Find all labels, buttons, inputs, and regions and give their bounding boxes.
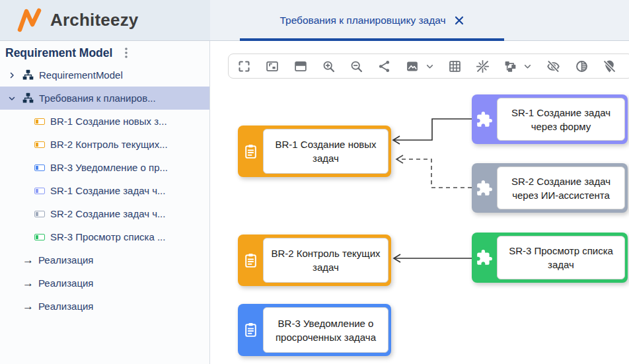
pin-off-icon[interactable] <box>603 59 616 73</box>
snap-off-icon[interactable] <box>476 59 490 73</box>
kebab-menu-icon[interactable] <box>120 46 132 60</box>
edge-sr2-br1 <box>397 159 472 188</box>
diagram-canvas[interactable]: BR-1 Создание новых задач BR-2 Контроль … <box>210 41 629 364</box>
chevron-down-icon[interactable] <box>426 62 434 71</box>
sitemap-icon <box>22 69 34 81</box>
export-image-icon[interactable] <box>405 59 420 73</box>
contrast-icon[interactable] <box>575 59 589 73</box>
clipboard-icon <box>238 235 263 286</box>
tree-item-label: Реализация <box>38 277 93 289</box>
header: Architeezy Требования к планировщику зад… <box>0 0 629 41</box>
sitemap-icon <box>22 92 34 104</box>
arrow-right-icon: → <box>22 300 33 313</box>
hide-elements-icon[interactable] <box>546 59 561 73</box>
chevron-down-icon[interactable] <box>523 62 532 71</box>
tree-item-requirementmodel[interactable]: RequirementModel <box>0 63 209 87</box>
node-label: SR-2 Создание задач через ИИ-ассистента <box>497 166 625 209</box>
zoom-out-icon[interactable] <box>350 59 363 73</box>
tree-item-realization-1[interactable]: → Реализация <box>0 248 209 272</box>
clipboard-icon <box>238 304 263 356</box>
arrow-right-icon: → <box>22 277 33 290</box>
node-label: BR-2 Контроль текущих задач <box>263 238 388 283</box>
puzzle-icon <box>472 233 497 283</box>
requirement-flag-icon <box>34 234 45 240</box>
tab-label: Требования к планировщику задач <box>279 15 445 26</box>
tree-item-sr3[interactable]: SR-3 Просмотр списка ... <box>0 225 209 248</box>
node-br3[interactable]: BR-3 Уведомление о просроченных задача <box>238 304 391 356</box>
edge-sr1-br1 <box>394 119 472 140</box>
requirement-flag-icon <box>34 118 45 125</box>
tree-item-label: SR-1 Создание задач ч... <box>50 185 165 196</box>
requirement-flag-icon <box>34 211 45 217</box>
share-icon[interactable] <box>377 59 391 73</box>
node-br1[interactable]: BR-1 Создание новых задач <box>238 126 391 177</box>
brand: Architeezy <box>0 0 210 41</box>
fullscreen-icon[interactable] <box>237 59 251 73</box>
sidebar: Requirement Model <box>0 41 210 364</box>
tree-item-label: BR-1 Создание новых з... <box>50 116 167 127</box>
tab-requirements-diagram[interactable]: Требования к планировщику задач <box>240 0 504 40</box>
puzzle-icon <box>472 94 497 144</box>
chevron-right-icon[interactable] <box>7 71 17 79</box>
puzzle-icon <box>472 163 497 213</box>
tree-item-br1[interactable]: BR-1 Создание новых з... <box>0 110 209 133</box>
tab-bar: Требования к планировщику задач <box>210 0 629 41</box>
logo-icon <box>17 7 42 34</box>
arrow-right-icon: → <box>22 254 33 267</box>
tree-item-sr2[interactable]: SR-2 Создание задач ч... <box>0 202 209 225</box>
requirement-flag-icon <box>34 164 45 171</box>
node-label: SR-1 Создание задач через форму <box>497 98 625 141</box>
tree-item-br2[interactable]: BR-2 Контроль текущих... <box>0 133 209 156</box>
tree-item-realization-3[interactable]: → Реализация <box>0 295 209 318</box>
tab-close-icon[interactable] <box>454 15 464 26</box>
canvas-toolbar <box>228 54 629 79</box>
tree-item-label: Требования к планиров... <box>39 92 156 104</box>
clipboard-icon <box>238 126 263 177</box>
requirement-flag-icon <box>34 141 45 148</box>
tree-item-label: SR-3 Просмотр списка ... <box>50 231 165 242</box>
tree-item-label: SR-2 Создание задач ч... <box>50 208 165 219</box>
node-label: BR-1 Создание новых задач <box>263 129 388 174</box>
sidebar-title: Requirement Model <box>5 46 112 60</box>
app-window: Architeezy Требования к планировщику зад… <box>0 0 629 364</box>
node-sr1[interactable]: SR-1 Создание задач через форму <box>472 94 628 144</box>
tree-item-realization-2[interactable]: → Реализация <box>0 272 209 295</box>
fit-to-screen-icon[interactable] <box>265 59 279 73</box>
auto-layout-icon[interactable] <box>503 59 517 73</box>
tree-item-label: BR-2 Контроль текущих... <box>50 139 168 150</box>
tree-item-label: Реализация <box>38 254 93 266</box>
tree-item-label: RequirementModel <box>39 69 123 81</box>
requirement-flag-icon <box>34 188 45 194</box>
chevron-down-icon[interactable] <box>7 94 17 102</box>
tree-item-sr1[interactable]: SR-1 Создание задач ч... <box>0 179 209 202</box>
node-label: BR-3 Уведомление о просроченных задача <box>263 307 388 353</box>
brand-name: Architeezy <box>50 10 139 30</box>
tree-item-label: Реализация <box>38 301 93 312</box>
tree-item-label: BR-3 Уведомление о пр... <box>50 162 168 173</box>
node-sr3[interactable]: SR-3 Просмотр списка задач <box>472 233 628 283</box>
card-view-icon[interactable] <box>293 59 308 73</box>
node-br2[interactable]: BR-2 Контроль текущих задач <box>238 235 391 286</box>
node-label: SR-3 Просмотр списка задач <box>497 236 625 279</box>
zoom-in-icon[interactable] <box>322 59 336 73</box>
grid-icon[interactable] <box>448 59 462 73</box>
tree-item-br3[interactable]: BR-3 Уведомление о пр... <box>0 156 209 179</box>
tree-item-trebovaniya[interactable]: Требования к планиров... <box>0 87 209 110</box>
node-sr2[interactable]: SR-2 Создание задач через ИИ-ассистента <box>472 163 628 213</box>
